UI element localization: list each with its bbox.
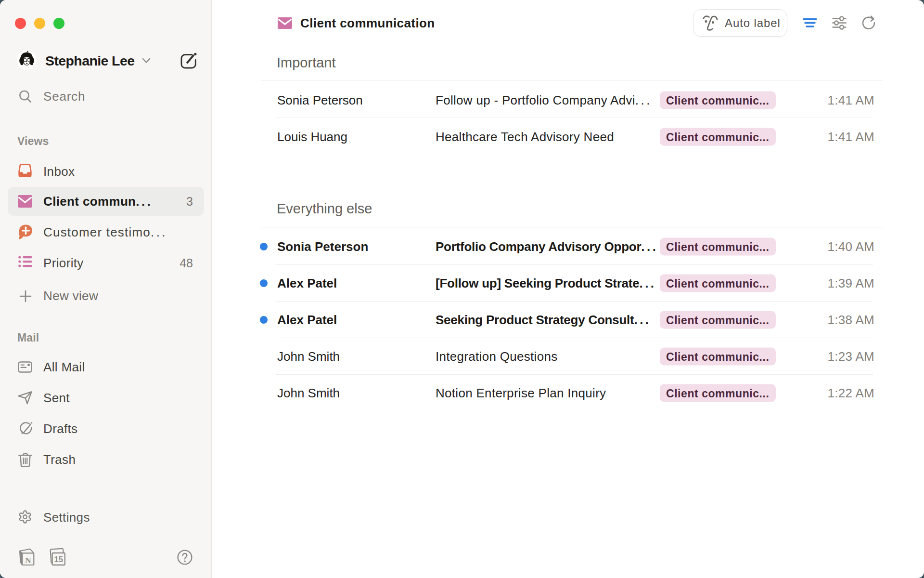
svg-text:N: N	[25, 555, 31, 565]
svg-text:15: 15	[54, 555, 63, 564]
